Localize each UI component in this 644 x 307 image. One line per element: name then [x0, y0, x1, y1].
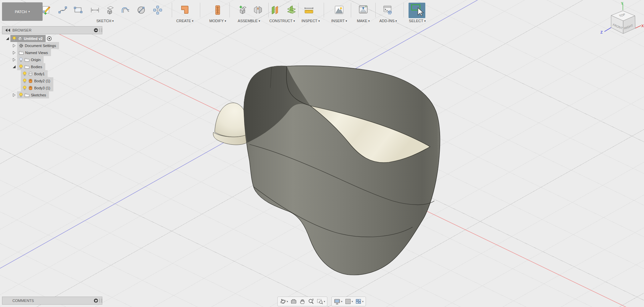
gear-icon	[19, 43, 23, 48]
expanded-triangle-icon[interactable]	[5, 37, 9, 41]
collapsed-triangle-icon[interactable]	[12, 44, 16, 48]
collapse-panel-icon[interactable]	[5, 29, 10, 32]
workspace-mode-button[interactable]: PATCH ▾	[2, 2, 43, 21]
chevron-down-icon[interactable]: ▾	[287, 300, 288, 303]
select-tool-button[interactable]	[409, 3, 425, 18]
model-surface-body[interactable]	[244, 66, 440, 275]
orbit-button[interactable]: ▾	[280, 298, 288, 305]
model-viewport[interactable]	[0, 0, 644, 307]
chevron-down-icon[interactable]: ▾	[341, 300, 342, 303]
chevron-down-icon: ▾	[225, 19, 226, 23]
tab-construct[interactable]: CONSTRUCT▾	[269, 18, 295, 23]
bulb-on-icon[interactable]	[19, 93, 23, 97]
tree-row-document-settings[interactable]: Document Settings	[0, 42, 59, 49]
create-menu-icon[interactable]	[179, 4, 191, 16]
folder-icon	[24, 93, 30, 97]
browser-panel-header[interactable]: BROWSER	[2, 26, 102, 34]
panel-resize-handle[interactable]	[100, 28, 102, 32]
tree-row-document[interactable]: Untitled v2	[0, 35, 59, 42]
viewcube[interactable]: Y X Z TOP FRONT RIGHT	[597, 0, 644, 40]
insert-image-icon[interactable]	[334, 5, 344, 15]
tab-create[interactable]: CREATE▾	[176, 18, 194, 23]
activate-component-radio[interactable]	[47, 36, 52, 41]
tree-row-sketches[interactable]: Sketches	[0, 91, 59, 98]
cursor-arrow-icon	[418, 8, 423, 16]
chevron-down-icon: ▾	[424, 19, 426, 23]
spline-button[interactable]	[58, 5, 68, 15]
look-at-button[interactable]	[290, 298, 297, 305]
viewports-button[interactable]: ▾	[355, 298, 364, 305]
tab-select[interactable]: SELECT▾	[409, 18, 426, 23]
sketch-dimension-button[interactable]	[90, 5, 100, 15]
tree-item-label: Bodies	[31, 65, 42, 69]
z-axis-label: Z	[600, 30, 603, 34]
tree-item-label: Origin	[31, 58, 41, 62]
two-point-rectangle-button[interactable]	[73, 5, 84, 15]
tree-row-body2[interactable]: Body2 (1)	[0, 77, 59, 84]
make-3d-print-icon[interactable]	[358, 4, 368, 15]
new-component-icon[interactable]	[237, 5, 248, 15]
tab-sketch[interactable]: SKETCH▾	[96, 18, 114, 23]
display-settings-bar: ▾ ▾ ▾	[331, 297, 366, 306]
pan-button[interactable]	[299, 298, 306, 305]
tree-row-origin[interactable]: Origin	[0, 56, 59, 63]
chevron-down-icon: ▾	[29, 10, 30, 13]
add-ins-scripts-icon[interactable]	[382, 5, 393, 15]
tree-row-bodies[interactable]: Bodies	[0, 63, 59, 70]
tab-make[interactable]: MAKE▾	[357, 18, 370, 23]
zoom-button[interactable]	[308, 298, 314, 305]
chevron-down-icon: ▾	[346, 19, 347, 23]
bulb-on-icon[interactable]	[19, 64, 23, 69]
folder-icon	[19, 50, 24, 55]
sphere-primitive-button[interactable]	[136, 5, 147, 15]
chevron-down-icon: ▾	[318, 19, 320, 23]
tab-insert[interactable]: INSERT▾	[331, 18, 347, 23]
bulb-off-icon[interactable]	[19, 57, 23, 62]
collapsed-triangle-icon[interactable]	[12, 51, 16, 55]
panel-collapse-icon[interactable]	[94, 28, 98, 32]
tab-assemble[interactable]: ASSEMBLE▾	[238, 18, 260, 23]
toolbar-separator	[324, 3, 324, 17]
toolbar-separator	[375, 3, 376, 17]
construct-midplane-icon[interactable]	[286, 5, 297, 15]
tab-add-ins[interactable]: ADD-INS▾	[379, 18, 397, 23]
tree-item-label: Untitled v2	[24, 37, 43, 41]
chevron-down-icon: ▾	[112, 19, 114, 23]
surface-body-cylinder-icon	[28, 79, 33, 83]
window-zoom-button[interactable]: ▾	[317, 298, 325, 305]
collapsed-triangle-icon[interactable]	[12, 58, 16, 62]
collapsed-triangle-icon[interactable]	[12, 93, 16, 97]
offset-curve-button[interactable]	[120, 5, 131, 15]
chevron-down-icon: ▾	[259, 19, 260, 23]
tree-row-named-views[interactable]: Named Views	[0, 49, 59, 56]
construct-plane-icon[interactable]	[270, 5, 281, 15]
expanded-triangle-icon[interactable]	[12, 65, 16, 69]
tab-modify[interactable]: MODIFY▾	[209, 18, 226, 23]
y-axis-label: Y	[621, 1, 624, 5]
chevron-down-icon[interactable]: ▾	[324, 300, 325, 303]
extrude-patch-button[interactable]	[104, 5, 115, 15]
bulb-on-icon[interactable]	[22, 86, 27, 90]
body-cylinder-icon	[28, 72, 33, 76]
inspect-measure-icon[interactable]	[303, 5, 314, 15]
modify-menu-icon[interactable]	[212, 4, 224, 16]
bulb-on-icon[interactable]	[12, 36, 16, 41]
chevron-down-icon[interactable]: ▾	[352, 300, 353, 303]
tab-inspect[interactable]: INSPECT▾	[302, 18, 320, 23]
grid-and-snaps-button[interactable]: ▾	[345, 298, 353, 305]
comments-panel-header[interactable]: COMMENTS	[2, 297, 102, 305]
workspace-mode-label: PATCH	[15, 10, 27, 14]
folder-icon	[24, 64, 30, 69]
rectangular-pattern-button[interactable]	[152, 5, 163, 15]
bulb-on-icon[interactable]	[22, 72, 27, 76]
tree-row-body3[interactable]: Body3 (1)	[0, 84, 59, 91]
create-sketch-button[interactable]	[41, 5, 52, 15]
tree-row-body1[interactable]: Body1	[0, 70, 59, 77]
panel-resize-handle[interactable]	[100, 299, 102, 303]
browser-tree: Untitled v2 Document Settings Named View…	[0, 35, 59, 98]
add-comment-icon[interactable]	[94, 299, 98, 303]
joint-icon[interactable]	[253, 5, 263, 15]
chevron-down-icon[interactable]: ▾	[362, 300, 364, 303]
display-settings-button[interactable]: ▾	[334, 298, 342, 305]
bulb-on-icon[interactable]	[22, 79, 27, 83]
